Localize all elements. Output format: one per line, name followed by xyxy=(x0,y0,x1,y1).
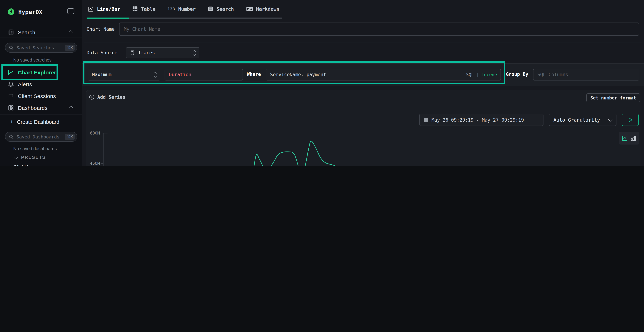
chart-name-input[interactable]: My Chart Name xyxy=(119,22,639,36)
preset-clickhouse[interactable]: ClickHouse xyxy=(13,163,40,166)
create-dashboard-label: Create Dashboard xyxy=(17,119,60,125)
where-value: ServiceName: payment xyxy=(270,72,326,77)
sidebar-item-client-sessions[interactable]: Client Sessions xyxy=(0,91,82,101)
journal-icon xyxy=(8,29,14,35)
divider xyxy=(84,42,642,43)
create-dashboard-button[interactable]: + Create Dashboard xyxy=(0,117,82,127)
active-tab-indicator xyxy=(86,18,129,18)
calendar-icon xyxy=(424,117,428,122)
dashboards-grid-icon xyxy=(8,105,14,111)
sidebar-section-search[interactable]: Search xyxy=(0,27,82,37)
doclist-icon xyxy=(208,6,213,12)
logo-text: HyperDX xyxy=(18,8,42,15)
add-series-button[interactable]: Add Series xyxy=(89,94,126,100)
view-tabs: Line/BarTable123NumberSearchMarkdown xyxy=(88,0,279,18)
tab-search[interactable]: Search xyxy=(208,6,234,12)
field-value: Duration xyxy=(169,72,191,77)
sidebar-item-alerts-label: Alerts xyxy=(18,81,32,87)
sidebar-item-dashboards-label: Dashboards xyxy=(18,105,48,111)
table-icon xyxy=(132,6,138,12)
add-series-label: Add Series xyxy=(97,94,126,100)
sidebar-divider xyxy=(0,38,82,38)
granularity-select[interactable]: Auto Granularity xyxy=(549,114,616,126)
sidebar-item-chart-explorer-label: Chart Explorer xyxy=(18,69,56,75)
sql-mode-button[interactable]: SQL xyxy=(466,72,474,77)
presets-label: PRESETS xyxy=(21,155,46,160)
line-chart-icon xyxy=(8,69,14,75)
group-by-label: Group By xyxy=(506,72,528,77)
select-chevrons-icon xyxy=(154,72,156,77)
chartline-icon xyxy=(88,6,94,12)
presets-toggle[interactable]: PRESETS xyxy=(14,155,46,160)
tab-track xyxy=(86,18,282,18)
saved-dashboards-input[interactable]: Saved Dashboards ⌘K xyxy=(5,132,77,142)
sidebar: HyperDX Search Saved Searches ⌘K No save… xyxy=(0,0,83,166)
sidebar-collapse-icon[interactable] xyxy=(67,8,74,14)
sidebar-divider xyxy=(0,114,82,114)
series-line xyxy=(103,141,632,166)
num123-icon: 123 xyxy=(168,6,175,11)
saved-searches-placeholder: Saved Searches xyxy=(16,45,64,50)
svg-text:450M: 450M xyxy=(90,161,100,166)
svg-text:600M: 600M xyxy=(90,131,100,136)
chart-name-placeholder: My Chart Name xyxy=(124,26,160,32)
sidebar-item-chart-explorer[interactable]: Chart Explorer xyxy=(0,67,82,77)
database-icon xyxy=(130,50,135,56)
no-saved-searches-text: No saved searches xyxy=(13,58,52,62)
search-icon xyxy=(9,134,14,139)
chevron-down-icon xyxy=(14,156,18,160)
saved-dashboards-placeholder: Saved Dashboards xyxy=(16,134,64,139)
date-range-input[interactable]: May 26 09:29:19 - May 27 09:29:19 xyxy=(419,114,544,126)
plus-circle-icon xyxy=(89,94,94,100)
play-icon xyxy=(628,117,632,122)
data-source-select[interactable]: Traces xyxy=(126,47,199,58)
sidebar-item-alerts[interactable]: Alerts xyxy=(0,79,82,89)
timeseries-chart[interactable]: 0150M300M450M600MMay 26 9:00:00 AM12:30:… xyxy=(86,130,636,166)
chevron-up-icon xyxy=(69,30,73,34)
no-saved-dashboards-text: No saved dashboards xyxy=(13,146,57,151)
chart-name-label: Chart Name xyxy=(86,26,115,32)
presets-list: ClickHouseServicesKubernetes xyxy=(13,163,40,166)
where-input[interactable]: ServiceName: payment SQL | Lucene xyxy=(266,69,501,80)
sidebar-item-client-sessions-label: Client Sessions xyxy=(18,93,56,99)
main-area: Line/BarTable123NumberSearchMarkdown Cha… xyxy=(82,0,644,166)
saved-searches-input[interactable]: Saved Searches ⌘K xyxy=(5,42,77,52)
run-query-button[interactable] xyxy=(622,114,639,126)
cmd-k-badge: ⌘K xyxy=(64,134,75,140)
group-by-placeholder: SQL Columns xyxy=(538,72,568,77)
aggregation-select[interactable]: Maximum xyxy=(88,69,160,80)
field-input[interactable]: Duration xyxy=(164,69,243,80)
app-root: HyperDX Search Saved Searches ⌘K No save… xyxy=(0,0,644,166)
bell-icon xyxy=(8,81,14,87)
date-range-value: May 26 09:29:19 - May 27 09:29:19 xyxy=(432,117,524,122)
sidebar-item-dashboards[interactable]: Dashboards xyxy=(0,103,82,113)
tab-table[interactable]: Table xyxy=(132,6,156,12)
tab-number[interactable]: 123Number xyxy=(168,6,196,12)
granularity-value: Auto Granularity xyxy=(554,117,600,123)
data-source-label: Data Source xyxy=(86,50,117,56)
chart-card: Add Series Set number format May 26 09:2… xyxy=(86,90,640,166)
tab-markdown[interactable]: Markdown xyxy=(246,6,279,12)
search-icon xyxy=(9,45,14,50)
chevron-up-icon xyxy=(69,106,73,110)
laptop-icon xyxy=(8,93,14,99)
markdown-icon xyxy=(246,6,253,11)
set-number-format-button[interactable]: Set number format xyxy=(586,94,640,102)
chevron-down-icon xyxy=(608,117,612,122)
sidebar-section-search-label: Search xyxy=(18,29,35,35)
lucene-mode-button[interactable]: Lucene xyxy=(482,72,497,77)
group-by-input[interactable]: SQL Columns xyxy=(533,69,639,80)
where-label: Where xyxy=(247,72,262,77)
tab-line-bar[interactable]: Line/Bar xyxy=(88,6,120,12)
plus-icon: + xyxy=(10,120,14,124)
cmd-k-badge: ⌘K xyxy=(64,44,75,50)
data-source-value: Traces xyxy=(138,50,155,56)
hyperdx-logo-icon xyxy=(7,8,15,16)
aggregation-value: Maximum xyxy=(92,72,112,77)
select-chevrons-icon xyxy=(193,50,195,55)
mode-separator: | xyxy=(476,72,479,77)
